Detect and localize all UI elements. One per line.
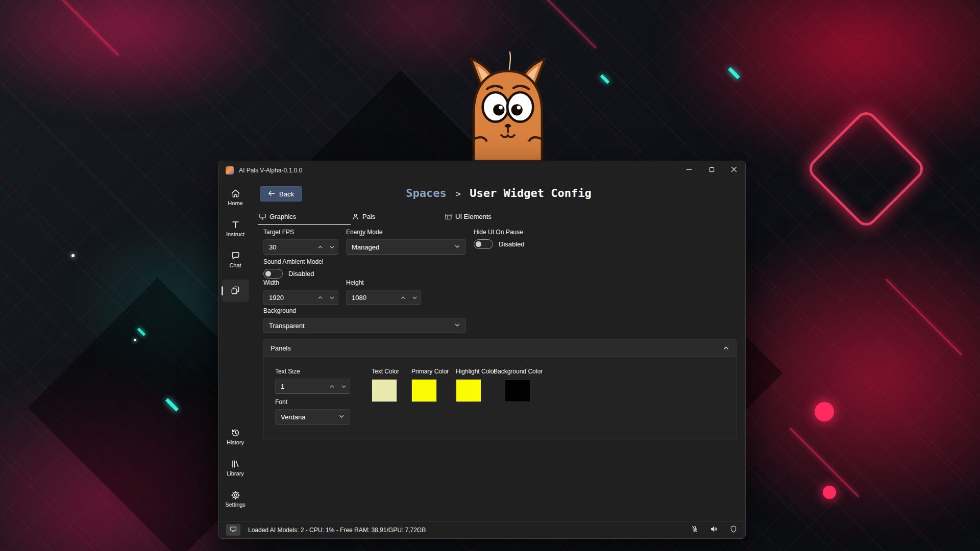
sidebar-item-spaces[interactable] [222,280,249,302]
font-value: Verdana [281,413,338,421]
desktop: AI Pals V-Alpha-0.1.0.0 Home Inst [0,0,980,551]
hide-ui-on-pause-state: Disabled [499,240,525,248]
minimize-button[interactable] [678,161,700,179]
font-label: Font [275,398,350,406]
width-label: Width [263,279,338,286]
width-numberbox [263,290,338,305]
target-fps-numberbox [263,239,338,255]
sidebar-nav: Home Instruct Chat History [218,179,252,521]
background-color-swatch[interactable] [505,379,530,402]
sidebar-bottom-group: History Library Settings [222,425,249,521]
wallpaper-neon-accent [823,486,836,499]
primary-color-label: Primary Color [411,368,449,375]
hide-ui-on-pause-field: Hide UI On Pause Disabled [474,229,525,249]
sidebar-item-chat[interactable]: Chat [222,248,249,271]
sidebar-item-label: Home [228,200,242,206]
pals-icon [352,213,359,220]
spaces-layers-icon [230,285,240,295]
background-select[interactable]: Transparent [263,318,466,333]
breadcrumb-separator: > [455,189,460,199]
wallpaper-neon-accent [137,328,145,336]
widget-monitor-button[interactable] [226,524,240,536]
wallpaper-neon-wire [50,0,119,56]
height-input[interactable] [347,290,397,305]
tab-label: Pals [362,213,375,220]
volume-button[interactable] [710,525,718,535]
energy-mode-field: Energy Mode Managed [346,229,466,255]
width-increase-button[interactable] [314,291,326,304]
text-size-input[interactable] [276,379,326,393]
wallpaper-star-dot [71,254,75,257]
status-bar-actions [691,525,738,535]
sidebar-item-history[interactable]: History [222,425,249,448]
highlight-color-label: Highlight Color [456,368,496,375]
target-fps-field: Target FPS [263,229,338,255]
highlight-color-field: Highlight Color [456,368,496,402]
wallpaper-neon-card [805,108,927,230]
hide-ui-on-pause-toggle[interactable] [474,239,493,249]
close-button[interactable] [723,161,745,179]
height-numberbox [346,290,421,305]
shield-button[interactable] [729,525,738,535]
wallpaper-star-dot [134,339,136,341]
sidebar-item-home[interactable]: Home [222,186,249,209]
toggle-knob [265,271,271,277]
target-fps-increase-button[interactable] [314,241,326,253]
wallpaper-glow [664,0,980,168]
target-fps-decrease-button[interactable] [326,241,338,253]
maximize-button[interactable] [700,161,723,179]
sidebar-item-instruct[interactable]: Instruct [222,217,249,240]
width-field: Width [263,279,338,305]
tab-graphics[interactable]: Graphics [258,211,351,225]
sound-ambient-model-label: Sound Ambient Model [263,258,323,265]
primary-color-swatch[interactable] [411,379,437,402]
breadcrumb: Spaces > User Widget Config [252,187,745,199]
height-field: Height [346,279,421,305]
primary-color-field: Primary Color [411,368,449,402]
instruct-icon [231,220,240,230]
microphone-muted-icon [691,525,699,535]
volume-icon [710,525,718,535]
sidebar-item-settings[interactable]: Settings [222,488,249,510]
text-size-label: Text Size [275,368,350,375]
app-logo-icon [226,166,234,174]
chevron-down-icon [338,412,345,421]
text-color-field: Text Color [372,368,399,402]
height-increase-button[interactable] [397,291,409,304]
breadcrumb-parent[interactable]: Spaces [406,187,446,199]
wallpaper-neon-wire [886,279,963,356]
height-decrease-button[interactable] [409,291,421,304]
close-icon [731,166,737,174]
text-size-decrease-button[interactable] [338,380,350,392]
minimize-icon [686,166,692,174]
toggle-knob [476,241,481,247]
tab-ui-elements[interactable]: UI Elements [444,211,536,225]
shield-icon [729,525,738,535]
graphics-icon [259,213,266,220]
background-value: Transparent [269,322,454,330]
wallpaper-neon-wire [790,428,859,497]
text-color-swatch[interactable] [372,379,397,402]
tab-pals[interactable]: Pals [351,211,444,225]
font-field: Font Verdana [275,398,350,424]
text-size-increase-button[interactable] [326,380,338,392]
background-field: Background Transparent [263,307,466,333]
history-icon [231,428,240,438]
sidebar-item-library[interactable]: Library [222,457,249,479]
sound-ambient-model-field: Sound Ambient Model Disabled [263,258,323,279]
tab-label: Graphics [270,213,296,220]
energy-mode-select[interactable]: Managed [346,239,466,255]
panels-expander-body: Text Size Font Verdana [263,357,737,440]
highlight-color-swatch[interactable] [456,379,481,402]
panels-expander: Panels Text Size Font [263,339,737,440]
microphone-muted-button[interactable] [691,525,699,535]
width-decrease-button[interactable] [326,291,338,304]
width-input[interactable] [264,290,314,305]
panels-expander-header[interactable]: Panels [263,339,737,357]
font-select[interactable]: Verdana [275,409,350,424]
target-fps-input[interactable] [264,240,314,254]
status-bar: Loaded AI Models: 2 - CPU: 1% - Free RAM… [218,521,745,538]
sound-ambient-model-toggle[interactable] [263,269,283,279]
chevron-up-icon [723,345,729,352]
wallpaper-neon-accent [600,74,609,84]
